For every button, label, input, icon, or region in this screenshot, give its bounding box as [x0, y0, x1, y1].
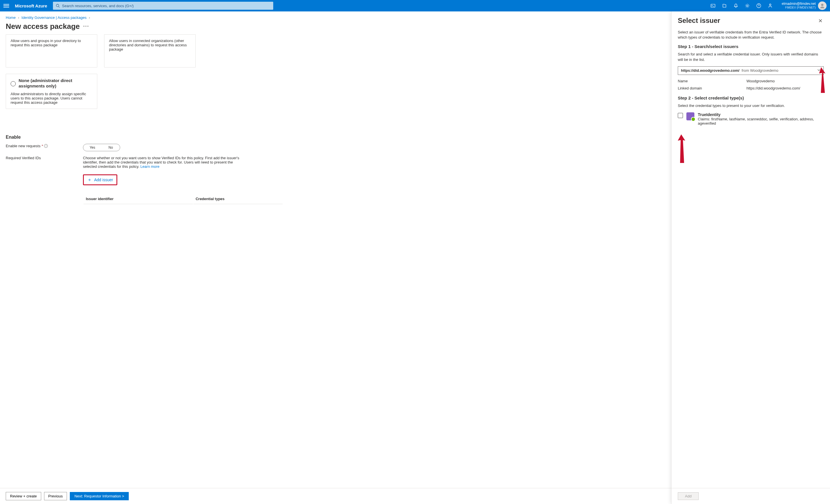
close-button[interactable]: ✕: [817, 16, 824, 25]
svg-point-3: [747, 5, 748, 6]
domain-key: Linked domain: [678, 86, 746, 90]
chevron-right-icon: ›: [18, 15, 19, 20]
account-email: elmadmin@fimdev.net: [781, 2, 816, 6]
top-icon-bar: [708, 0, 775, 11]
panel-title: Select issuer: [678, 16, 720, 25]
credential-checkbox[interactable]: [678, 113, 683, 118]
required-star-icon: *: [41, 144, 43, 148]
tenant-label: FIMDEV (FIMDEV.NET): [781, 6, 816, 10]
menu-toggle-icon[interactable]: [3, 4, 9, 7]
verified-ids-label: Required Verified IDs: [6, 156, 83, 160]
add-button[interactable]: Add: [678, 492, 699, 494]
col-credential-types: Credential types: [193, 194, 283, 204]
name-value: Woodgrovedemo: [746, 79, 775, 83]
svg-marker-8: [678, 134, 685, 163]
chevron-down-icon: [817, 68, 821, 73]
from-label: from Woodgrovedemo: [742, 68, 778, 73]
plus-icon: ＋: [87, 177, 92, 182]
next-button[interactable]: Next: Requestor Information >: [70, 492, 129, 494]
add-issuer-button[interactable]: ＋ Add issuer: [84, 175, 117, 184]
info-icon[interactable]: i: [44, 144, 48, 148]
option-card-directory[interactable]: Allow users and groups in your directory…: [6, 34, 97, 67]
option-none-desc: Allow administrators to directly assign …: [10, 92, 92, 105]
learn-more-link[interactable]: Learn more: [140, 164, 159, 169]
search-input[interactable]: [62, 4, 270, 8]
feedback-icon[interactable]: [765, 0, 775, 11]
step2-desc: Select the credential types to present t…: [678, 103, 824, 108]
credential-row: TrueIdentity Claims: firstName, lastName…: [678, 112, 824, 126]
credential-claims: Claims: firstName, lastName, scanneddoc,…: [698, 117, 824, 126]
card-desc: Allow users and groups in your directory…: [10, 39, 81, 47]
svg-line-1: [58, 7, 60, 8]
issuer-table: Issuer identifier Credential types: [83, 193, 283, 205]
annotation-highlight: ＋ Add issuer: [83, 174, 117, 185]
cloud-shell-icon[interactable]: [708, 0, 718, 11]
search-icon: [56, 4, 60, 8]
account-menu[interactable]: elmadmin@fimdev.net FIMDEV (FIMDEV.NET): [779, 1, 827, 10]
top-bar: Microsoft Azure elmadmin@fimdev.net FIMD…: [0, 0, 830, 11]
issuer-select-dropdown[interactable]: https://did.woodgrovedemo.com/ from Wood…: [678, 66, 824, 75]
yes-no-toggle[interactable]: Yes No: [83, 144, 120, 151]
close-icon: ✕: [818, 18, 823, 24]
panel-intro: Select an issuer of verifiable credentia…: [678, 30, 824, 40]
svg-rect-2: [711, 4, 715, 7]
name-key: Name: [678, 79, 746, 83]
directories-icon[interactable]: [719, 0, 730, 11]
credential-name: TrueIdentity: [698, 112, 824, 117]
annotation-arrow: [675, 134, 687, 167]
svg-point-6: [821, 4, 823, 6]
radio-icon[interactable]: [10, 81, 16, 86]
avatar: [818, 1, 827, 10]
enable-requests-label: Enable new requests * i: [6, 144, 83, 148]
breadcrumb-home[interactable]: Home: [6, 15, 16, 20]
option-none-title: None (administrator direct assignments o…: [19, 78, 92, 89]
brand-label[interactable]: Microsoft Azure: [12, 3, 50, 8]
step2-heading: Step 2 - Select credential type(s): [678, 96, 824, 100]
notifications-icon[interactable]: [731, 0, 741, 11]
card-desc: Allow users in connected organizations (…: [109, 39, 187, 52]
svg-point-0: [56, 4, 59, 7]
previous-button[interactable]: Previous: [44, 492, 67, 494]
issuer-url: https://did.woodgrovedemo.com/: [681, 68, 739, 73]
review-create-button[interactable]: Review + create: [6, 492, 41, 494]
svg-point-5: [770, 4, 771, 5]
help-icon[interactable]: [754, 0, 764, 11]
settings-icon[interactable]: [742, 0, 753, 11]
option-card-connected-orgs[interactable]: Allow users in connected organizations (…: [104, 34, 196, 67]
toggle-no[interactable]: No: [102, 144, 120, 151]
global-search[interactable]: [53, 2, 273, 10]
page-title: New access package: [6, 22, 80, 31]
domain-value: https://did.woodgrovedemo.com/: [746, 86, 800, 90]
select-issuer-panel: Select issuer ✕ Select an issuer of veri…: [671, 11, 830, 494]
verified-ids-desc: Choose whether or not you want users to …: [83, 156, 243, 205]
toggle-yes[interactable]: Yes: [83, 144, 102, 151]
col-issuer-id: Issuer identifier: [84, 194, 193, 204]
credential-badge-icon: [687, 112, 694, 120]
option-card-none[interactable]: None (administrator direct assignments o…: [6, 74, 97, 109]
chevron-right-icon: ›: [89, 15, 90, 20]
breadcrumb-governance[interactable]: Identity Governance | Access packages: [22, 15, 87, 20]
step1-desc: Search for and select a verifiable crede…: [678, 52, 824, 62]
more-actions-icon[interactable]: ···: [83, 24, 89, 29]
step1-heading: Step 1 - Search/select issuers: [678, 44, 824, 49]
